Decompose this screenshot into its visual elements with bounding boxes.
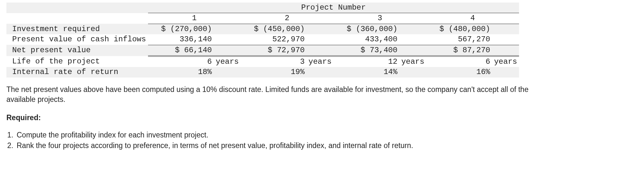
cell: $ 73,400 [334, 45, 400, 56]
row-label-irr: Internal rate of return [6, 67, 148, 77]
list-item: Compute the profitability index for each… [15, 130, 638, 140]
cell: $ (360,000) [334, 24, 400, 34]
col-header-4: 4 [426, 13, 519, 24]
cell: 16% [426, 67, 492, 77]
cell-unit: years [399, 56, 426, 67]
cell: $ 66,140 [148, 45, 214, 56]
table-row: Life of the project 6years 3years 12year… [6, 56, 519, 67]
table-row: Net present value $ 66,140 $ 72,970 $ 73… [6, 45, 519, 56]
cell-unit: years [307, 56, 334, 67]
table-supertitle: Project Number [148, 3, 519, 13]
cell: 522,970 [241, 34, 307, 45]
row-label-investment: Investment required [6, 24, 148, 34]
required-heading: Required: [6, 113, 638, 123]
cell: 567,270 [426, 34, 492, 45]
cell: 14% [334, 67, 400, 77]
cell: 336,140 [148, 34, 214, 45]
table-row: Investment required $ (270,000) $ (450,0… [6, 24, 519, 34]
cell: 3 [241, 56, 307, 67]
row-label-npv: Net present value [6, 45, 148, 56]
col-header-2: 2 [241, 13, 334, 24]
required-list: Compute the profitability index for each… [8, 130, 638, 151]
cell: $ (270,000) [148, 24, 214, 34]
cell-unit: years [492, 56, 519, 67]
table-row: Present value of cash inflows 336,140 52… [6, 34, 519, 45]
cell: 433,400 [334, 34, 400, 45]
cell: $ (480,000) [426, 24, 492, 34]
table-row: Internal rate of return 18% 19% 14% 16% [6, 67, 519, 77]
cell-unit: years [214, 56, 241, 67]
cell: $ 72,970 [241, 45, 307, 56]
cell: 18% [148, 67, 214, 77]
col-header-1: 1 [148, 13, 241, 24]
row-label-life: Life of the project [6, 56, 148, 67]
projects-table: Project Number 1 2 3 4 Investment requir… [6, 3, 519, 78]
cell: 19% [241, 67, 307, 77]
list-item: Rank the four projects according to pref… [15, 141, 638, 151]
cell: 6 [426, 56, 492, 67]
explanatory-paragraph: The net present values above have been c… [6, 85, 551, 104]
cell: 6 [148, 56, 214, 67]
row-label-pvci: Present value of cash inflows [6, 34, 148, 45]
cell: $ (450,000) [241, 24, 307, 34]
cell: 12 [334, 56, 400, 67]
col-header-3: 3 [334, 13, 426, 24]
cell: $ 87,270 [426, 45, 492, 56]
